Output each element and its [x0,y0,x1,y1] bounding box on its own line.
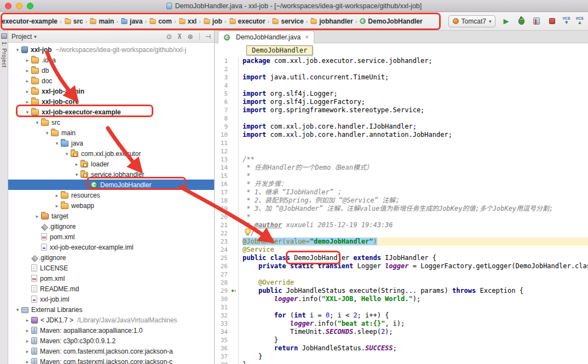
code-line[interactable]: 14 * 任务Handler的一个Demo（Bean模式） [215,164,588,172]
run-button[interactable]: ▶ [501,16,511,26]
close-window-button[interactable] [5,3,11,9]
tree-toggle-icon[interactable]: ▸ [24,349,31,354]
tool-window-label[interactable]: 1: Project [1,42,7,67]
code-line[interactable]: 10import com.xxl.job.core.handler.annota… [215,131,588,139]
tree-item[interactable]: ▾java [8,138,214,148]
coverage-button[interactable] [532,16,541,26]
tree-toggle-icon[interactable]: ▸ [24,99,31,105]
code-line[interactable]: 8 [215,114,588,123]
tree-item[interactable]: ▸Maven: com.fasterxml.jackson.core:jacks… [8,356,214,364]
code-line[interactable]: 23@JobHander(value="demoJobHandler") [215,238,588,246]
code-line[interactable]: 25public class DemoJobHandler extends IJ… [215,254,588,262]
code-line[interactable]: 20 * [215,213,588,221]
tree-item[interactable]: ▸resources [8,190,214,200]
code-line[interactable]: 33 logger.info("beat at:{}", i); [215,320,588,328]
breadcrumb-item[interactable]: java [120,18,142,25]
tree-toggle-icon[interactable]: ▸ [53,203,61,209]
code-line[interactable]: 24@Service [215,246,588,254]
zoom-window-button[interactable] [27,3,33,9]
debug-button[interactable] [516,16,526,26]
code-line[interactable]: 22 */ [215,229,588,238]
tree-toggle-icon[interactable]: ▾ [14,307,21,313]
vcs-update-button[interactable]: VCS ▼ [562,17,570,26]
minimize-window-button[interactable] [16,3,22,9]
tree-toggle-icon[interactable]: ▸ [73,161,80,167]
tree-item[interactable]: ▸doc [8,76,214,86]
tree-item[interactable]: README.md [8,284,214,294]
code-line[interactable]: 1package com.xxl.job.executor.service.jo… [215,57,588,65]
tree-item[interactable]: xxl-job-executor-example.iml [8,242,214,252]
tree-item[interactable]: ▸Maven: com.fasterxml.jackson.core:jacks… [8,346,214,356]
breadcrumb-item[interactable]: DemoJobHandler [359,18,422,25]
tree-toggle-icon[interactable]: ▸ [24,317,31,323]
tree-item[interactable]: .gitignore [8,252,214,263]
tree-item[interactable]: xxl-job.iml [8,294,214,304]
breadcrumb-item[interactable]: com [149,18,172,25]
tree-item[interactable]: ▾service.jobhandler [8,169,214,180]
tree-toggle-icon[interactable]: ▸ [24,338,31,344]
code-line[interactable]: 38} [215,361,588,364]
code-line[interactable]: 12 [215,147,588,155]
code-line[interactable]: 37 } [215,353,588,361]
tree-item[interactable]: ▸webapp [8,200,214,211]
vcs-commit-button[interactable]: VCS ▲ [576,17,584,26]
tree-toggle-icon[interactable]: ▾ [24,109,31,115]
run-config-selector[interactable]: Tomcat7 ▾ [448,15,496,27]
collapse-all-icon[interactable]: ⊼ [177,33,182,41]
tree-item[interactable]: ▸xxl-job-admin [8,86,214,96]
code-line[interactable]: 6import org.slf4j.LoggerFactory; [215,98,588,106]
code-line[interactable]: 9import com.xxl.job.core.handler.IJobHan… [215,123,588,131]
code-line[interactable]: 29●↑ public JobHandleStatus execute(Stri… [215,287,588,295]
tree-item[interactable]: .gitignore [8,221,214,232]
code-line[interactable]: 5import org.slf4j.Logger; [215,90,588,98]
tree-toggle-icon[interactable]: ▸ [24,359,31,364]
tree-toggle-icon[interactable]: ▸ [53,193,61,198]
code-line[interactable]: 15 * [215,172,588,180]
tree-item[interactable]: ▸target [8,211,214,221]
chevron-down-icon[interactable]: ▾ [34,34,37,39]
tree-toggle-icon[interactable]: ▸ [33,213,41,219]
intention-bulb-icon[interactable] [245,228,251,234]
code-line[interactable]: 26 private static transient Logger logge… [215,262,588,270]
breadcrumb-item[interactable]: xxl [178,18,197,25]
code-line[interactable]: 28 @Override [215,279,588,287]
tree-item[interactable]: ▸xxl-job-core [8,96,214,107]
tree-item[interactable]: ▸Maven: c3p0:c3p0:0.9.1.2 [8,336,214,346]
tree-item[interactable]: ▸loader [8,159,214,169]
code-line[interactable]: 31 [215,303,588,311]
tree-item[interactable]: ▾xxl-job~/workspaces/idea-git-workspace/… [8,44,214,55]
tree-toggle-icon[interactable]: ▸ [24,328,31,333]
code-line[interactable]: 21 * @author xuxueli 2015-12-19 19:43:36 [215,221,588,229]
tree-item[interactable]: ▾src [8,117,214,128]
tree-toggle-icon[interactable]: ▸ [24,89,31,94]
code-line[interactable]: 32 for (int i = 0; i < 2; i++) { [215,311,588,320]
code-line[interactable]: 35 } [215,336,588,344]
code-editor[interactable]: 1package com.xxl.job.executor.service.jo… [215,57,588,364]
tree-item[interactable]: pom.xml [8,273,214,284]
code-line[interactable]: 17 * 1、继承 “IJobHandler” ； [215,188,588,197]
code-line[interactable]: 19 * 3、加 “@JobHander” 注解，注解value值为新增任务生成… [215,205,588,213]
tree-toggle-icon[interactable]: ▸ [24,78,31,84]
tree-toggle-icon[interactable]: ▾ [33,120,41,125]
code-line[interactable]: 11 [215,139,588,147]
breadcrumb-item[interactable]: src [64,18,83,25]
stop-button[interactable] [547,16,557,26]
panel-title[interactable]: Project [11,33,32,41]
breadcrumb-item[interactable]: executor-example [2,18,57,25]
tree-item[interactable]: ▸db [8,65,214,76]
tree-item[interactable]: ▾External Libraries [8,304,214,315]
tree-item[interactable]: ▸.idea [8,55,214,65]
code-line[interactable]: 3import java.util.concurrent.TimeUnit; [215,73,588,82]
tree-toggle-icon[interactable]: ▸ [24,57,31,63]
breadcrumb-item[interactable]: executor [229,18,266,25]
code-line[interactable]: 18 * 2、装配到Spring，例如加 “@Service” 注解； [215,197,588,205]
tree-toggle-icon[interactable]: ▾ [63,151,71,157]
tree-item[interactable]: DemoJobHandler [8,180,214,190]
code-line[interactable]: 4 [215,82,588,90]
tree-item[interactable]: ▾com.xxl.job.executor [8,148,214,159]
tree-toggle-icon[interactable]: ▾ [43,130,51,136]
code-line[interactable]: 2 [215,65,588,73]
tree-item[interactable]: ▸< JDK1.7 >/Library/Java/JavaVirtualMach… [8,315,214,325]
locate-file-icon[interactable]: ⊙ [166,33,172,41]
code-line[interactable]: 27 [215,270,588,279]
